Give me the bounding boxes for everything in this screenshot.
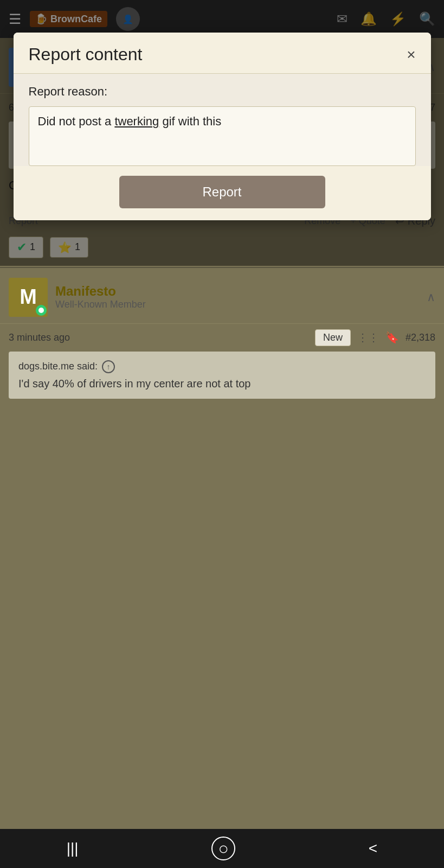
post2-online-badge (36, 305, 47, 316)
post2-bookmark-icon[interactable]: 🔖 (385, 331, 399, 344)
svg-point-1 (38, 308, 44, 313)
back-button[interactable]: < (369, 840, 377, 857)
post2-share-icon[interactable]: ⋮⋮ (357, 331, 379, 344)
post2-meta: 3 minutes ago New ⋮⋮ 🔖 #2,318 (0, 323, 444, 352)
modal-footer: Report (14, 166, 431, 220)
post2-new-badge[interactable]: New (315, 329, 351, 346)
modal-title: Report content (29, 44, 143, 65)
home-button[interactable]: ○ (211, 837, 235, 860)
post2-quote-up-icon[interactable]: ↑ (102, 360, 115, 373)
post2-avatar[interactable]: M (9, 278, 48, 317)
report-reason-input[interactable]: Did not post a twerking gif with this (29, 106, 416, 166)
modal-header: Report content × (14, 33, 431, 74)
bottom-nav: ||| ○ < (0, 829, 444, 868)
post2-username[interactable]: Manifesto (55, 284, 146, 299)
post2-role: Well-Known Member (55, 299, 146, 310)
post2-user-info: Manifesto Well-Known Member (55, 284, 146, 310)
modal-label: Report reason: (29, 85, 416, 99)
post2-quote-author: dogs.bite.me said: ↑ (18, 360, 426, 373)
report-modal: Report content × Report reason: Did not … (14, 33, 431, 220)
post2-quote: dogs.bite.me said: ↑ I'd say 40% of driv… (9, 352, 435, 399)
recent-apps-button[interactable]: ||| (67, 840, 79, 857)
post2-content: dogs.bite.me said: ↑ I'd say 40% of driv… (0, 352, 444, 415)
post2-number: #2,318 (406, 332, 435, 343)
post2-expand-arrow[interactable]: ∧ (427, 290, 435, 304)
modal-overlay: Report content × Report reason: Did not … (0, 0, 444, 266)
post2-time: 3 minutes ago (9, 332, 308, 343)
report-submit-button[interactable]: Report (119, 176, 325, 208)
post2-avatar-letter: M (20, 285, 37, 309)
post2-quote-text: I'd say 40% of drivers in my center are … (18, 378, 426, 390)
post2-user-header: M Manifesto Well-Known Member ∧ (0, 268, 444, 323)
modal-body: Report reason: Did not post a twerking g… (14, 74, 431, 166)
modal-close-button[interactable]: × (407, 47, 415, 62)
